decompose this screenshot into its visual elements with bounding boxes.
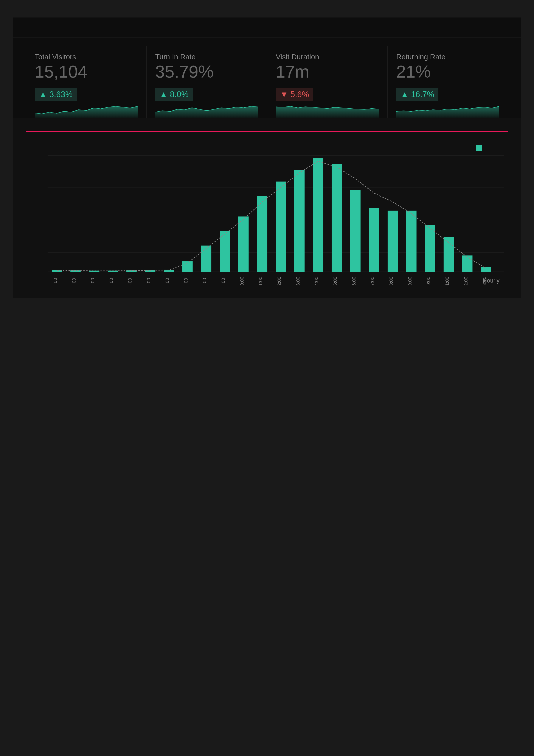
metric-card-turn-in-rate: Turn In Rate 35.79% ▲ 8.0% — [147, 46, 267, 118]
legend-last-week-icon — [491, 148, 501, 148]
bar-17 — [369, 208, 379, 272]
svg-text:12:00: 12:00 — [276, 277, 282, 285]
svg-text:19:00: 19:00 — [407, 277, 413, 285]
bar-12 — [276, 182, 286, 272]
bar-23 — [481, 267, 491, 272]
svg-text:10:00: 10:00 — [239, 277, 244, 285]
svg-text:20:00: 20:00 — [426, 277, 431, 285]
metric-label-returning-rate: Returning Rate — [396, 53, 499, 61]
report-container: Total Visitors 15,104 ▲ 3.63% Turn In Ra… — [13, 17, 521, 298]
svg-marker-2 — [276, 106, 379, 118]
visitor-title-underline — [26, 131, 508, 132]
svg-text:0:00: 0:00 — [53, 278, 58, 285]
bar-8 — [201, 246, 212, 272]
svg-text:9:00: 9:00 — [221, 278, 226, 285]
metric-card-returning-rate: Returning Rate 21% ▲ 16.7% — [388, 46, 508, 118]
svg-text:5:00: 5:00 — [146, 278, 151, 285]
svg-text:Hourly: Hourly — [483, 277, 499, 284]
metric-value-visit-duration: 17m — [276, 63, 379, 80]
svg-text:13:00: 13:00 — [295, 277, 301, 285]
bar-21 — [444, 237, 454, 272]
bar-22 — [462, 256, 472, 272]
chart-legend — [48, 145, 504, 151]
metric-separator-visit-duration — [276, 84, 379, 84]
visitor-section: 2k 1k 0:001:002:003:004:005:006:007:008:… — [13, 118, 521, 298]
svg-text:14:00: 14:00 — [314, 277, 319, 285]
metric-value-total-visitors: 15,104 — [35, 63, 138, 80]
metric-sparkline-total-visitors — [35, 105, 138, 118]
bar-14 — [313, 158, 323, 272]
svg-marker-3 — [396, 106, 499, 118]
metric-change-visit-duration: ▼ 5.6% — [276, 88, 314, 101]
svg-text:3:00: 3:00 — [109, 278, 114, 285]
svg-text:2:00: 2:00 — [90, 278, 95, 285]
bar-10 — [238, 217, 249, 272]
svg-text:15:00: 15:00 — [332, 277, 338, 285]
metric-card-visit-duration: Visit Duration 17m ▼ 5.6% — [267, 46, 388, 118]
bar-20 — [425, 225, 435, 272]
svg-text:8:00: 8:00 — [202, 278, 207, 285]
metric-sparkline-visit-duration — [276, 105, 379, 118]
svg-text:4:00: 4:00 — [127, 278, 133, 285]
bar-16 — [350, 190, 361, 272]
report-header — [13, 17, 521, 38]
legend-last-week — [491, 148, 504, 148]
svg-text:11:00: 11:00 — [258, 277, 263, 285]
svg-text:16:00: 16:00 — [351, 277, 357, 285]
bar-13 — [294, 170, 305, 272]
bar-19 — [406, 211, 417, 272]
bar-15 — [332, 164, 342, 272]
metric-label-turn-in-rate: Turn In Rate — [155, 53, 258, 61]
legend-this-week-icon — [476, 145, 482, 151]
metric-sparkline-turn-in-rate — [155, 105, 258, 118]
metric-label-visit-duration: Visit Duration — [276, 53, 379, 61]
metric-separator-returning-rate — [396, 84, 499, 84]
svg-text:17:00: 17:00 — [370, 277, 375, 285]
svg-text:21:00: 21:00 — [445, 277, 450, 285]
metric-label-total-visitors: Total Visitors — [35, 53, 138, 61]
metric-card-total-visitors: Total Visitors 15,104 ▲ 3.63% — [26, 46, 147, 118]
bar-9 — [220, 231, 230, 272]
bar-11 — [257, 196, 267, 272]
chart-wrapper: 2k 1k 0:001:002:003:004:005:006:007:008:… — [48, 155, 504, 285]
svg-marker-1 — [155, 106, 258, 118]
metric-change-returning-rate: ▲ 16.7% — [396, 88, 438, 101]
metrics-row: Total Visitors 15,104 ▲ 3.63% Turn In Ra… — [13, 38, 521, 118]
metric-value-turn-in-rate: 35.79% — [155, 63, 258, 80]
svg-text:1:00: 1:00 — [71, 278, 77, 285]
metric-change-turn-in-rate: ▲ 8.0% — [155, 88, 193, 101]
svg-text:18:00: 18:00 — [389, 277, 394, 285]
bar-18 — [388, 211, 398, 272]
metric-value-returning-rate: 21% — [396, 63, 499, 80]
metric-change-total-visitors: ▲ 3.63% — [35, 88, 77, 101]
metric-sparkline-returning-rate — [396, 105, 499, 118]
visitor-chart: 2k 1k 0:001:002:003:004:005:006:007:008:… — [48, 155, 504, 285]
metric-separator-total-visitors — [35, 84, 138, 84]
svg-text:6:00: 6:00 — [165, 278, 170, 285]
metric-separator-turn-in-rate — [155, 84, 258, 84]
svg-text:7:00: 7:00 — [183, 278, 189, 285]
legend-this-week — [476, 145, 484, 151]
chart-container: 2k 1k 0:001:002:003:004:005:006:007:008:… — [26, 140, 508, 289]
svg-text:22:00: 22:00 — [463, 277, 469, 285]
